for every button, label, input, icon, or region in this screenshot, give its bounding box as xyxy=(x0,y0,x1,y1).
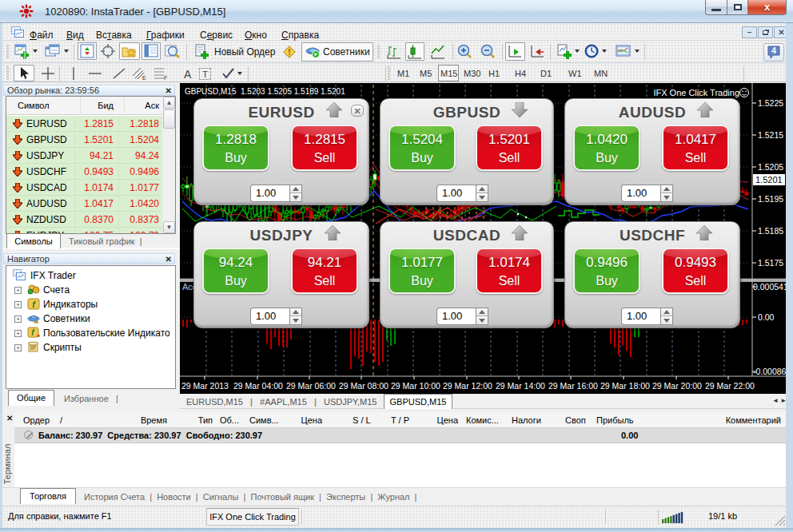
svg-text:1.5205: 1.5205 xyxy=(758,162,783,172)
svg-text:29 Mar 14:00: 29 Mar 14:00 xyxy=(496,381,545,391)
svg-text:29 Mar 18:00: 29 Mar 18:00 xyxy=(600,381,650,391)
svg-text:-0.00086: -0.00086 xyxy=(753,367,786,376)
svg-text:29 Mar 06:00: 29 Mar 06:00 xyxy=(286,381,336,391)
svg-text:29 Mar 04:00: 29 Mar 04:00 xyxy=(233,381,283,391)
svg-text:!: ! xyxy=(288,48,290,57)
svg-text:4: 4 xyxy=(771,46,776,55)
svg-text:29 Mar 08:00: 29 Mar 08:00 xyxy=(339,381,389,391)
svg-text:29 Mar 16:00: 29 Mar 16:00 xyxy=(548,381,598,391)
svg-text:1.5215: 1.5215 xyxy=(758,130,783,140)
svg-text:1.5195: 1.5195 xyxy=(758,194,783,204)
svg-text:0.00: 0.00 xyxy=(758,312,775,322)
svg-text:1.5185: 1.5185 xyxy=(758,226,783,236)
svg-text:+: + xyxy=(37,332,40,339)
svg-text:1.5225: 1.5225 xyxy=(758,98,783,108)
svg-text:IFX One Click Trading: IFX One Click Trading xyxy=(653,88,739,97)
svg-text:29 Mar 22:00: 29 Mar 22:00 xyxy=(705,381,755,391)
svg-text:1.5201: 1.5201 xyxy=(755,175,783,185)
svg-text:29 Mar 20:00: 29 Mar 20:00 xyxy=(652,381,702,391)
svg-text:29 Mar 12:00: 29 Mar 12:00 xyxy=(443,381,492,391)
svg-text:29 Mar 2013: 29 Mar 2013 xyxy=(181,381,229,391)
svg-text:GBPUSD,M15 1.5203 1.5205 1.51: GBPUSD,M15 1.5203 1.5205 1.5189 1.5201 xyxy=(185,87,345,96)
svg-text:0.000541: 0.000541 xyxy=(753,282,786,292)
svg-text:1.5175: 1.5175 xyxy=(758,258,783,268)
svg-text:29 Mar 10:00: 29 Mar 10:00 xyxy=(391,381,440,391)
svg-text:E: E xyxy=(142,75,146,81)
svg-text:F: F xyxy=(164,75,167,81)
